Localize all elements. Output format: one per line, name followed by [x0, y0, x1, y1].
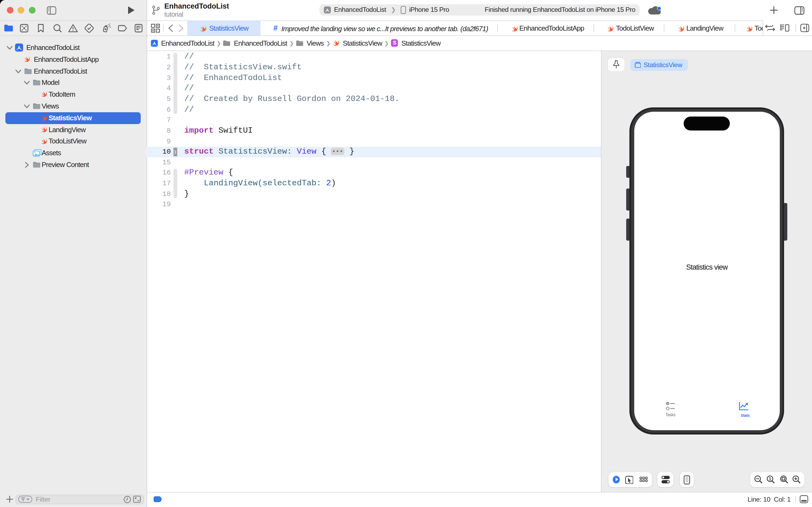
svg-text:1: 1 — [769, 476, 771, 482]
